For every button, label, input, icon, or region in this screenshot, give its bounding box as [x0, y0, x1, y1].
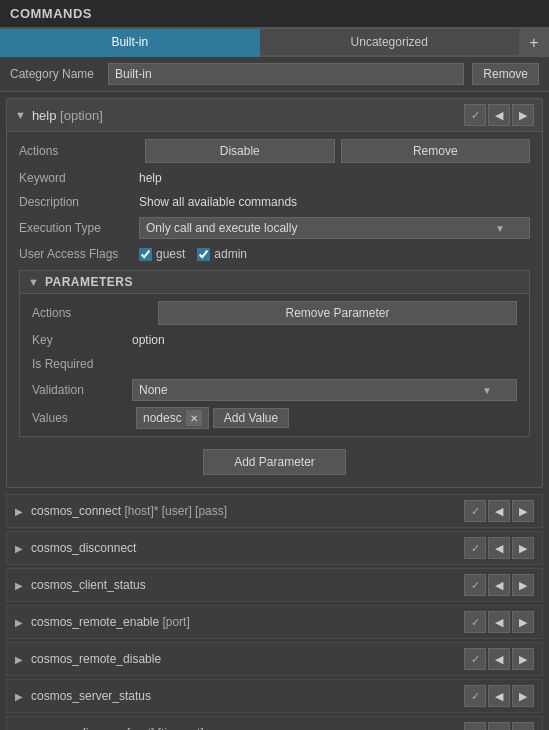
page-title: COMMANDS [10, 6, 92, 21]
cmd-left-icon[interactable]: ◀ [488, 574, 510, 596]
execution-type-dropdown[interactable]: Only call and execute locally ▼ [139, 217, 530, 239]
description-row: Description Show all available commands [7, 190, 542, 214]
list-item[interactable]: ▶ cosmos_discover [port] [timeout] ✓ ◀ ▶ [6, 716, 543, 730]
cmd-check-icon[interactable]: ✓ [464, 722, 486, 730]
remove-button[interactable]: Remove [341, 139, 531, 163]
param-validation-label: Validation [32, 383, 132, 397]
list-item[interactable]: ▶ cosmos_remote_disable ✓ ◀ ▶ [6, 642, 543, 676]
tab-uncategorized[interactable]: Uncategorized [260, 29, 520, 57]
keyword-value: help [139, 171, 530, 185]
params-title: PARAMETERS [45, 275, 133, 289]
add-parameter-button[interactable]: Add Parameter [203, 449, 346, 475]
parameters-header[interactable]: ▼ PARAMETERS [20, 271, 529, 294]
execution-type-value: Only call and execute locally [146, 221, 297, 235]
cmd-chevron-right-icon: ▶ [15, 543, 23, 554]
cmd-left-icon[interactable]: ◀ [488, 537, 510, 559]
list-item[interactable]: ▶ cosmos_disconnect ✓ ◀ ▶ [6, 531, 543, 565]
cmd-left-icon[interactable]: ◀ [488, 648, 510, 670]
cmd-right-icon[interactable]: ▶ [512, 648, 534, 670]
cmd-check-icon[interactable]: ✓ [464, 648, 486, 670]
dropdown-arrow-icon: ▼ [495, 223, 505, 234]
cmd-name: cosmos_remote_disable [31, 652, 464, 666]
category-name-input[interactable] [108, 63, 464, 85]
user-access-row: User Access Flags guest admin [7, 242, 542, 266]
cmd-check-icon[interactable]: ✓ [464, 537, 486, 559]
help-check-icon[interactable]: ✓ [464, 104, 486, 126]
param-key-label: Key [32, 333, 132, 347]
category-label: Category Name [10, 67, 100, 81]
cmd-right-icon[interactable]: ▶ [512, 574, 534, 596]
cmd-chevron-right-icon: ▶ [15, 654, 23, 665]
help-right-icon[interactable]: ▶ [512, 104, 534, 126]
page-header: COMMANDS [0, 0, 549, 29]
help-command-header[interactable]: ▼ help [option] ✓ ◀ ▶ [7, 99, 542, 132]
param-key-value: option [132, 333, 517, 347]
validation-value: None [139, 383, 168, 397]
param-required-row: Is Required [20, 352, 529, 376]
admin-checkbox[interactable] [197, 248, 210, 261]
user-access-checkboxes: guest admin [139, 247, 247, 261]
add-parameter-row: Add Parameter [7, 441, 542, 483]
add-tab-button[interactable]: + [519, 29, 549, 57]
help-command-title: help [option] [32, 108, 464, 123]
cmd-check-icon[interactable]: ✓ [464, 611, 486, 633]
execution-type-select[interactable]: Only call and execute locally ▼ [139, 217, 530, 239]
guest-checkbox[interactable] [139, 248, 152, 261]
tabs-container: Built-in Uncategorized + [0, 29, 549, 57]
cmd-left-icon[interactable]: ◀ [488, 611, 510, 633]
cmd-right-icon[interactable]: ▶ [512, 611, 534, 633]
cmd-left-icon[interactable]: ◀ [488, 500, 510, 522]
cmd-chevron-right-icon: ▶ [15, 580, 23, 591]
cmd-left-icon[interactable]: ◀ [488, 722, 510, 730]
validation-dropdown[interactable]: None ▼ [132, 379, 517, 401]
param-actions-row: Actions Remove Parameter [20, 298, 529, 328]
description-value: Show all available commands [139, 195, 530, 209]
cmd-name: cosmos_connect [host]* [user] [pass] [31, 504, 464, 518]
list-item[interactable]: ▶ cosmos_connect [host]* [user] [pass] ✓… [6, 494, 543, 528]
cmd-right-icon[interactable]: ▶ [512, 500, 534, 522]
value-chip: nodesc ✕ [136, 407, 209, 429]
help-left-icon[interactable]: ◀ [488, 104, 510, 126]
cmd-right-icon[interactable]: ▶ [512, 685, 534, 707]
parameters-body: Actions Remove Parameter Key option Is R… [20, 294, 529, 436]
remove-value-button[interactable]: ✕ [186, 410, 202, 426]
disable-button[interactable]: Disable [145, 139, 335, 163]
help-chevron-down-icon: ▼ [15, 109, 26, 121]
category-remove-button[interactable]: Remove [472, 63, 539, 85]
admin-checkbox-item[interactable]: admin [197, 247, 247, 261]
keyword-row: Keyword help [7, 166, 542, 190]
cmd-name: cosmos_disconnect [31, 541, 464, 555]
list-item[interactable]: ▶ cosmos_remote_enable [port] ✓ ◀ ▶ [6, 605, 543, 639]
cmd-chevron-right-icon: ▶ [15, 691, 23, 702]
help-command-header-btns: ✓ ◀ ▶ [464, 104, 534, 126]
actions-label: Actions [19, 144, 139, 158]
user-access-label: User Access Flags [19, 247, 139, 261]
command-list: ▶ cosmos_connect [host]* [user] [pass] ✓… [6, 494, 543, 730]
cmd-check-icon[interactable]: ✓ [464, 500, 486, 522]
cmd-name: cosmos_discover [port] [timeout] [31, 726, 464, 730]
cmd-check-icon[interactable]: ✓ [464, 574, 486, 596]
cmd-right-icon[interactable]: ▶ [512, 537, 534, 559]
params-chevron-down-icon: ▼ [28, 276, 39, 288]
param-values-label: Values [32, 411, 132, 425]
help-actions-row: Actions Disable Remove [7, 136, 542, 166]
validation-select[interactable]: None ▼ [132, 379, 517, 401]
keyword-label: Keyword [19, 171, 139, 185]
guest-checkbox-item[interactable]: guest [139, 247, 185, 261]
param-validation-row: Validation None ▼ [20, 376, 529, 404]
list-item[interactable]: ▶ cosmos_server_status ✓ ◀ ▶ [6, 679, 543, 713]
param-values-row: Values nodesc ✕ Add Value [20, 404, 529, 432]
cmd-check-icon[interactable]: ✓ [464, 685, 486, 707]
cmd-right-icon[interactable]: ▶ [512, 722, 534, 730]
cmd-chevron-right-icon: ▶ [15, 506, 23, 517]
tab-built-in[interactable]: Built-in [0, 29, 260, 57]
help-command-section: ▼ help [option] ✓ ◀ ▶ Actions Disable Re… [6, 98, 543, 488]
list-item[interactable]: ▶ cosmos_client_status ✓ ◀ ▶ [6, 568, 543, 602]
description-label: Description [19, 195, 139, 209]
execution-type-label: Execution Type [19, 221, 139, 235]
remove-parameter-button[interactable]: Remove Parameter [158, 301, 517, 325]
add-value-button[interactable]: Add Value [213, 408, 290, 428]
cmd-left-icon[interactable]: ◀ [488, 685, 510, 707]
guest-label: guest [156, 247, 185, 261]
category-row: Category Name Remove [0, 57, 549, 92]
